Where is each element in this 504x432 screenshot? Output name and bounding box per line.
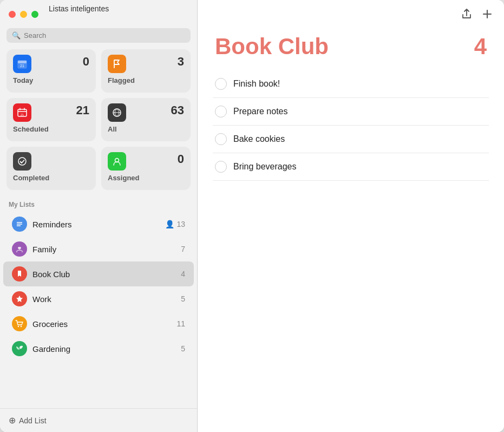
today-icon: 21 bbox=[13, 55, 31, 73]
smart-card-assigned[interactable]: 0 Assigned bbox=[101, 147, 191, 190]
main-toolbar bbox=[198, 0, 504, 28]
flagged-label: Flagged bbox=[108, 76, 184, 84]
bookclub-badge: 4 bbox=[181, 270, 185, 278]
task-text-3: Bake cookies bbox=[233, 134, 285, 144]
smart-card-completed[interactable]: Completed bbox=[6, 147, 96, 190]
completed-icon bbox=[13, 152, 31, 171]
list-title: Book Club bbox=[215, 34, 329, 60]
task-text-2: Prepare notes bbox=[233, 107, 288, 116]
task-item-1: Finish book! bbox=[213, 70, 489, 98]
maximize-button[interactable] bbox=[31, 11, 38, 18]
task-item-2: Prepare notes bbox=[213, 98, 489, 126]
smart-card-today[interactable]: 21 0 Today bbox=[6, 49, 96, 93]
reminders-count: 13 bbox=[176, 220, 185, 228]
gardening-count: 5 bbox=[181, 344, 185, 353]
groceries-name: Groceries bbox=[32, 319, 171, 329]
task-checkbox-2[interactable] bbox=[215, 106, 227, 117]
work-badge: 5 bbox=[181, 294, 185, 303]
search-icon: 🔍 bbox=[12, 31, 21, 40]
all-count: 63 bbox=[171, 103, 184, 117]
my-lists-header: My Lists bbox=[0, 197, 197, 212]
scheduled-label: Scheduled bbox=[13, 125, 89, 133]
flagged-icon bbox=[108, 55, 126, 73]
flagged-count: 3 bbox=[178, 55, 184, 69]
today-count: 0 bbox=[83, 55, 89, 69]
completed-label: Completed bbox=[13, 174, 89, 182]
reminders-icon bbox=[12, 217, 27, 232]
bookclub-icon bbox=[12, 266, 27, 282]
shared-icon: 👤 bbox=[165, 220, 174, 228]
list-title-area: Book Club 4 bbox=[198, 28, 504, 70]
close-button[interactable] bbox=[9, 11, 16, 18]
reminders-badge: 👤 13 bbox=[165, 220, 185, 228]
share-button[interactable] bbox=[461, 8, 473, 20]
gardening-badge: 5 bbox=[181, 344, 185, 353]
task-checkbox-1[interactable] bbox=[215, 78, 227, 90]
reminders-name: Reminders bbox=[32, 220, 160, 229]
task-text-4: Bring beverages bbox=[233, 162, 297, 172]
smart-card-all[interactable]: 63 All bbox=[101, 98, 191, 141]
work-icon bbox=[12, 291, 27, 306]
scheduled-icon: 21 bbox=[13, 103, 31, 122]
add-list-label: Add List bbox=[19, 416, 47, 425]
svg-point-16 bbox=[18, 326, 19, 327]
list-items: Reminders 👤 13 Family bbox=[0, 212, 197, 408]
family-icon bbox=[12, 241, 27, 257]
assigned-label: Assigned bbox=[108, 174, 184, 182]
all-icon bbox=[108, 103, 126, 122]
task-item-3: Bake cookies bbox=[213, 126, 489, 153]
task-checkbox-3[interactable] bbox=[215, 133, 227, 145]
task-checkbox-4[interactable] bbox=[215, 161, 227, 173]
smart-card-flagged[interactable]: 3 Flagged bbox=[101, 49, 191, 93]
svg-point-17 bbox=[21, 326, 22, 327]
app-window: Listas inteligentes 🔍 bbox=[0, 0, 504, 432]
smart-lists-grid: 21 0 Today 3 bbox=[0, 49, 197, 197]
search-input[interactable] bbox=[24, 31, 185, 40]
svg-rect-1 bbox=[18, 61, 27, 63]
task-item-4: Bring beverages bbox=[213, 153, 489, 181]
svg-text:21: 21 bbox=[21, 113, 24, 116]
scheduled-count: 21 bbox=[76, 103, 89, 117]
main-area: Book Club 4 Finish book! Prepare notes B… bbox=[198, 0, 504, 432]
list-item-groceries[interactable]: Groceries 11 bbox=[3, 311, 194, 336]
work-name: Work bbox=[32, 294, 175, 304]
family-badge: 7 bbox=[181, 245, 185, 253]
titlebar bbox=[0, 0, 197, 28]
assigned-count: 0 bbox=[178, 152, 184, 166]
svg-point-10 bbox=[18, 158, 26, 165]
list-item-gardening[interactable]: Gardening 5 bbox=[3, 336, 194, 361]
list-item-family[interactable]: Family 7 bbox=[3, 237, 194, 261]
traffic-lights bbox=[9, 11, 38, 18]
gardening-name: Gardening bbox=[32, 344, 175, 354]
list-total-count: 4 bbox=[474, 34, 487, 60]
minimize-button[interactable] bbox=[20, 11, 27, 18]
task-text-1: Finish book! bbox=[233, 79, 280, 89]
svg-text:21: 21 bbox=[20, 64, 24, 68]
work-count: 5 bbox=[181, 294, 185, 303]
add-list-icon: ⊕ bbox=[9, 415, 16, 426]
bookclub-count: 4 bbox=[181, 270, 185, 278]
today-label: Today bbox=[13, 76, 89, 84]
list-item-bookclub[interactable]: Book Club 4 bbox=[3, 261, 194, 286]
list-item-reminders[interactable]: Reminders 👤 13 bbox=[3, 212, 194, 237]
add-list-button[interactable]: ⊕ Add List bbox=[0, 408, 197, 432]
assigned-icon bbox=[108, 152, 126, 171]
svg-marker-15 bbox=[16, 296, 23, 302]
family-name: Family bbox=[32, 245, 175, 254]
search-bar[interactable]: 🔍 bbox=[6, 28, 191, 43]
gardening-icon bbox=[12, 341, 27, 356]
all-label: All bbox=[108, 125, 184, 133]
groceries-count: 11 bbox=[176, 319, 185, 328]
groceries-badge: 11 bbox=[176, 319, 185, 328]
add-task-button[interactable] bbox=[481, 8, 493, 20]
smart-card-scheduled[interactable]: 21 21 Scheduled bbox=[6, 98, 96, 141]
sidebar: 🔍 21 0 bbox=[0, 0, 198, 432]
family-count: 7 bbox=[181, 245, 185, 253]
task-list: Finish book! Prepare notes Bake cookies … bbox=[198, 70, 504, 432]
list-item-work[interactable]: Work 5 bbox=[3, 286, 194, 311]
groceries-icon bbox=[12, 316, 27, 331]
bookclub-name: Book Club bbox=[32, 270, 175, 279]
